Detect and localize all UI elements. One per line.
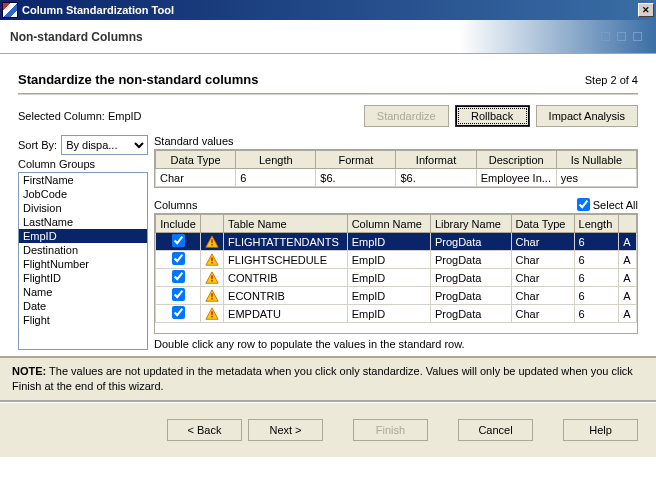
cell-lib: ProgData	[430, 233, 511, 251]
columns-header[interactable]	[201, 215, 224, 233]
column-group-item[interactable]: Flight	[19, 313, 147, 327]
help-button[interactable]: Help	[563, 419, 638, 441]
column-group-item[interactable]: Name	[19, 285, 147, 299]
include-checkbox[interactable]	[172, 234, 185, 247]
next-button[interactable]: Next >	[248, 419, 323, 441]
column-groups-label: Column Groups	[18, 158, 148, 170]
right-pane: Standard values Data TypeLengthFormatInf…	[154, 135, 638, 350]
svg-rect-10	[211, 293, 213, 297]
note-bold: NOTE:	[12, 365, 46, 377]
std-header[interactable]: Length	[236, 151, 316, 169]
step-number: Step 2 of 4	[585, 74, 638, 86]
column-group-item[interactable]: Destination	[19, 243, 147, 257]
cell-dtype: Char	[511, 251, 574, 269]
warning-icon	[205, 289, 219, 303]
include-checkbox[interactable]	[172, 252, 185, 265]
column-group-item[interactable]: EmpID	[19, 229, 147, 243]
columns-label: Columns	[154, 199, 197, 211]
hint-text: Double click any row to populate the val…	[154, 338, 638, 350]
cell-col: EmpID	[347, 233, 430, 251]
std-cell[interactable]: $6.	[396, 169, 476, 187]
close-button[interactable]: ✕	[638, 3, 654, 17]
std-cell[interactable]: 6	[236, 169, 316, 187]
cell-len: 6	[574, 233, 619, 251]
finish-button[interactable]: Finish	[353, 419, 428, 441]
rollback-button[interactable]: Rollback	[455, 105, 530, 127]
cell-tail: A	[619, 251, 637, 269]
svg-rect-7	[211, 275, 213, 279]
divider	[18, 93, 638, 95]
back-button[interactable]: < Back	[167, 419, 242, 441]
include-checkbox[interactable]	[172, 270, 185, 283]
svg-rect-14	[211, 315, 213, 317]
warning-icon	[205, 235, 219, 249]
app-icon	[2, 2, 18, 18]
include-checkbox[interactable]	[172, 306, 185, 319]
columns-table[interactable]: IncludeTable NameColumn NameLibrary Name…	[154, 213, 638, 334]
impact-analysis-button[interactable]: Impact Analysis	[536, 105, 638, 127]
cell-lib: ProgData	[430, 269, 511, 287]
columns-header[interactable]	[619, 215, 637, 233]
svg-rect-11	[211, 297, 213, 299]
cell-len: 6	[574, 251, 619, 269]
cell-table: CONTRIB	[224, 269, 348, 287]
content-area: Standardize the non-standard columns Ste…	[0, 54, 656, 356]
warning-icon	[205, 253, 219, 267]
std-header[interactable]: Informat	[396, 151, 476, 169]
warning-icon	[205, 307, 219, 321]
cell-tail: A	[619, 305, 637, 323]
cell-dtype: Char	[511, 305, 574, 323]
std-cell[interactable]: $6.	[316, 169, 396, 187]
std-header[interactable]: Data Type	[156, 151, 236, 169]
column-group-item[interactable]: FlightID	[19, 271, 147, 285]
std-cell[interactable]: yes	[556, 169, 636, 187]
columns-header[interactable]: Include	[156, 215, 201, 233]
cell-table: FLIGHTSCHEDULE	[224, 251, 348, 269]
wizard-subtitle: Non-standard Columns	[10, 30, 143, 44]
wizard-header: Non-standard Columns	[0, 20, 656, 54]
select-all-checkbox[interactable]: Select All	[577, 198, 638, 211]
cell-tail: A	[619, 287, 637, 305]
table-row[interactable]: FLIGHTSCHEDULEEmpIDProgDataChar6A	[156, 251, 637, 269]
wizard-footer: < Back Next > Finish Cancel Help	[0, 402, 656, 457]
std-cell[interactable]: Employee In...	[476, 169, 556, 187]
cell-dtype: Char	[511, 233, 574, 251]
cell-table: EMPDATU	[224, 305, 348, 323]
column-group-item[interactable]: FirstName	[19, 173, 147, 187]
include-checkbox[interactable]	[172, 288, 185, 301]
standard-values-table[interactable]: Data TypeLengthFormatInformatDescription…	[154, 149, 638, 188]
svg-rect-1	[211, 239, 213, 243]
table-row[interactable]: ECONTRIBEmpIDProgDataChar6A	[156, 287, 637, 305]
standard-values-label: Standard values	[154, 135, 638, 147]
standardize-button[interactable]: Standardize	[364, 105, 449, 127]
column-groups-listbox[interactable]: FirstNameJobCodeDivisionLastNameEmpIDDes…	[18, 172, 148, 350]
cell-len: 6	[574, 305, 619, 323]
cell-len: 6	[574, 287, 619, 305]
column-group-item[interactable]: FlightNumber	[19, 257, 147, 271]
column-group-item[interactable]: Division	[19, 201, 147, 215]
column-group-item[interactable]: LastName	[19, 215, 147, 229]
std-header[interactable]: Format	[316, 151, 396, 169]
std-cell[interactable]: Char	[156, 169, 236, 187]
std-header[interactable]: Is Nullable	[556, 151, 636, 169]
columns-header[interactable]: Length	[574, 215, 619, 233]
cell-lib: ProgData	[430, 287, 511, 305]
columns-header[interactable]: Data Type	[511, 215, 574, 233]
table-row[interactable]: FLIGHTATTENDANTSEmpIDProgDataChar6A	[156, 233, 637, 251]
columns-header[interactable]: Column Name	[347, 215, 430, 233]
column-group-item[interactable]: Date	[19, 299, 147, 313]
sortby-select[interactable]: By dispa...	[61, 135, 148, 155]
titlebar[interactable]: Column Standardization Tool ✕	[0, 0, 656, 20]
cell-table: FLIGHTATTENDANTS	[224, 233, 348, 251]
cell-tail: A	[619, 269, 637, 287]
cell-col: EmpID	[347, 305, 430, 323]
cell-dtype: Char	[511, 287, 574, 305]
columns-header[interactable]: Library Name	[430, 215, 511, 233]
cancel-button[interactable]: Cancel	[458, 419, 533, 441]
table-row[interactable]: EMPDATUEmpIDProgDataChar6A	[156, 305, 637, 323]
note-text: The values are not updated in the metada…	[12, 365, 633, 392]
table-row[interactable]: CONTRIBEmpIDProgDataChar6A	[156, 269, 637, 287]
column-group-item[interactable]: JobCode	[19, 187, 147, 201]
columns-header[interactable]: Table Name	[224, 215, 348, 233]
std-header[interactable]: Description	[476, 151, 556, 169]
